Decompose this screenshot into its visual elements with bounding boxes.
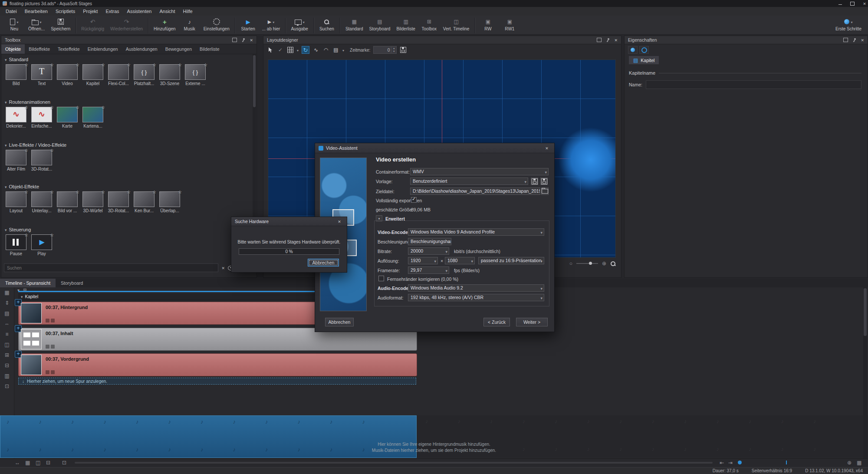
minimize-button[interactable] <box>834 0 846 7</box>
rotate-tool-icon[interactable] <box>302 46 309 54</box>
spinner-arrows[interactable]: ▴▾ <box>391 47 396 53</box>
chevron-down-icon[interactable] <box>297 47 299 53</box>
zoom-slider[interactable] <box>576 263 598 264</box>
zoom-in-icon[interactable]: ⊕ <box>847 460 852 466</box>
scrollbar-thumb[interactable] <box>253 55 256 107</box>
aufloesung-breite-input[interactable]: 1920 <box>408 257 438 264</box>
settings-button[interactable]: Einstellungen <box>201 17 233 32</box>
view-vert-timeline-button[interactable]: ◫Vert. Timeline <box>440 17 473 32</box>
beschleunigung-select[interactable]: Beschleunigungshard <box>408 238 451 245</box>
toolbox-item-ken-burns[interactable]: Ken Bur... <box>133 191 155 213</box>
favorite-star-icon[interactable] <box>24 105 28 110</box>
eye-icon[interactable] <box>628 46 638 54</box>
move-vertical-icon[interactable]: ⇕ <box>5 300 9 306</box>
toolbox-item-kapitel[interactable]: Kapitel <box>82 64 104 86</box>
toolbox-item-ueberlappung[interactable]: Überlap... <box>158 191 181 213</box>
toolbox-item-3d-rotation[interactable]: 3D-Rotat... <box>30 150 53 171</box>
tab-objekte[interactable]: Objekte <box>1 44 25 54</box>
favorite-star-icon[interactable] <box>24 189 28 194</box>
open-button[interactable]: Öffnen... <box>25 17 48 32</box>
favorite-star-icon[interactable] <box>50 62 54 67</box>
video-encoder-select[interactable]: Windows Media Video 9 Advanced Profile <box>408 228 544 236</box>
menu-item-assistenten[interactable]: Assistenten <box>123 8 156 15</box>
dialog-titlebar[interactable]: Suche Hardware <box>231 217 347 226</box>
frame-select-icon[interactable]: ⊡ <box>62 460 66 466</box>
favorite-star-icon[interactable] <box>101 105 105 110</box>
aufloesung-preset-select[interactable]: passend zu 16:9-Präsentation <box>478 257 544 264</box>
save-template-button[interactable] <box>531 178 538 185</box>
menu-item-scriptlets[interactable]: Scriptlets <box>52 8 79 15</box>
collapse-icon[interactable] <box>21 294 23 299</box>
toolbox-item-karte[interactable]: Karte <box>56 107 79 128</box>
close-button[interactable] <box>858 0 868 7</box>
scrollbar-thumb[interactable] <box>864 288 867 336</box>
name-field[interactable] <box>646 80 861 89</box>
table-icon[interactable]: ▥ <box>4 373 9 379</box>
tab-bilderliste[interactable]: Bilderliste <box>196 44 224 54</box>
vollstaendig-checkbox[interactable] <box>411 197 417 203</box>
bitrate-input[interactable]: 20000 <box>408 247 449 255</box>
step-forward-icon[interactable]: ⇥ <box>728 460 733 466</box>
next-button[interactable]: Weiter > <box>516 318 548 326</box>
layout-grid-icon[interactable]: ▦ <box>4 290 9 296</box>
zoom-in-icon[interactable]: ⊕ <box>602 260 606 267</box>
step-back-icon[interactable]: ⇤ <box>720 460 724 466</box>
playhead-indicator[interactable] <box>738 461 742 464</box>
columns-icon[interactable]: ◫ <box>4 342 9 348</box>
clear-search-icon[interactable] <box>221 265 225 270</box>
toolbox-item-3d-rotation2[interactable]: 3D-Rotat... <box>107 191 130 213</box>
toolbox-item-bild[interactable]: Bild <box>5 64 27 86</box>
zieldatei-input[interactable]: D:\Bilder\Diashow\diashow_Japan_2019\Sta… <box>410 188 540 195</box>
menu-item-ansicht[interactable]: Ansicht <box>155 8 179 15</box>
fernsehraender-checkbox[interactable] <box>378 276 384 281</box>
collapse-icon[interactable] <box>5 142 7 148</box>
move-horizontal-icon[interactable]: ⇔ <box>4 321 10 327</box>
toolbox-item-3d-szene[interactable]: 3D-Szene <box>158 64 181 86</box>
browse-file-button[interactable] <box>541 188 549 195</box>
view-standard-button[interactable]: ▦Standard <box>342 17 366 32</box>
frame-icon[interactable]: ⊡ <box>5 383 9 389</box>
menu-item-bearbeiten[interactable]: Bearbeiten <box>21 8 52 15</box>
play-from-here-button[interactable]: ... ab hier <box>259 17 283 32</box>
favorite-star-icon[interactable] <box>76 105 79 110</box>
aufloesung-hoehe-input[interactable]: 1080 <box>445 257 475 264</box>
favorite-star-icon[interactable] <box>24 62 28 67</box>
dialog-titlebar[interactable]: Video-Assistent <box>315 143 554 153</box>
column-view-icon[interactable]: ◫ <box>36 460 40 466</box>
favorite-star-icon[interactable] <box>127 62 131 67</box>
favorite-star-icon[interactable] <box>50 105 54 110</box>
close-dialog-button[interactable] <box>543 145 551 151</box>
tab-bewegungen[interactable]: Bewegungen <box>161 44 196 54</box>
audio-encoder-select[interactable]: Windows Media Audio 9.2 <box>408 284 544 292</box>
cancel-button[interactable]: Abbrechen <box>325 318 354 326</box>
float-panel-icon[interactable] <box>597 38 602 42</box>
add-track-icon[interactable]: ⊞ <box>5 352 9 358</box>
toolbox-item-text[interactable]: Text <box>30 64 53 86</box>
toolbox-item-flexi-collage[interactable]: Flexi-Col... <box>107 64 130 86</box>
favorite-star-icon[interactable] <box>50 232 54 237</box>
menu-item-projekt[interactable]: Projekt <box>79 8 102 15</box>
new-button[interactable]: Neu <box>3 17 25 32</box>
favorite-star-icon[interactable] <box>127 189 131 194</box>
track-vordergrund[interactable]: 00:37, Vordergrund <box>18 353 417 376</box>
rw1-button[interactable]: ▣RW1 <box>499 17 520 32</box>
toolbox-item-kartenanimation[interactable]: Kartena... <box>82 107 104 128</box>
menu-item-extras[interactable]: Extras <box>102 8 123 15</box>
favorite-star-icon[interactable] <box>76 189 79 194</box>
tab-storyboard[interactable]: Storyboard <box>56 279 88 287</box>
view-bilderliste-button[interactable]: ▥Bilderliste <box>393 17 418 32</box>
first-steps-button[interactable]: Erste Schritte <box>832 17 865 32</box>
list-icon[interactable]: ≡ <box>5 331 8 337</box>
zeitmarke-value[interactable]: 0 <box>374 48 391 53</box>
output-button[interactable]: Ausgabe <box>288 17 311 32</box>
select-cursor-icon[interactable] <box>267 46 274 53</box>
favorite-star-icon[interactable] <box>178 189 182 194</box>
tab-texteffekte[interactable]: Texteffekte <box>54 44 84 54</box>
fit-view-icon[interactable]: ○ <box>569 260 572 267</box>
add-button[interactable]: Hinzufügen <box>151 17 179 32</box>
timeline-horizontal-scrollbar[interactable] <box>75 462 713 464</box>
favorite-star-icon[interactable] <box>152 189 156 194</box>
close-dialog-button[interactable] <box>335 218 343 225</box>
start-button[interactable]: Starten <box>237 17 259 32</box>
toolbox-item-pause[interactable]: Pause <box>5 234 27 256</box>
